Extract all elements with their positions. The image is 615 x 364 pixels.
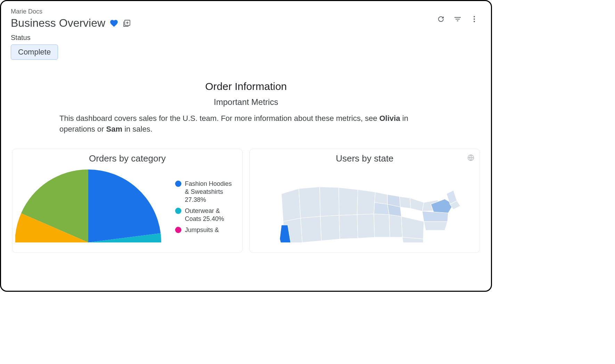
section-subheading: Important Metrics <box>11 97 481 107</box>
breadcrumb[interactable]: Marie Docs <box>11 8 131 15</box>
page-title: Business Overview <box>11 17 105 30</box>
us-map <box>257 169 473 242</box>
globe-icon[interactable] <box>467 154 475 162</box>
legend-item: Jumpsuits & <box>175 226 235 234</box>
legend-dot-icon <box>175 181 181 187</box>
refresh-icon[interactable] <box>437 15 445 23</box>
legend-label: Outerwear & Coats 25.40% <box>185 207 235 223</box>
svg-point-1 <box>474 16 475 17</box>
pie-chart <box>15 169 161 242</box>
desc-person-sam: Sam <box>106 125 122 133</box>
section-heading: Order Information <box>11 81 481 92</box>
section-description: This dashboard covers sales for the U.S.… <box>59 113 414 135</box>
svg-point-3 <box>474 21 475 22</box>
legend-dot-icon <box>175 227 181 233</box>
pie-legend: Fashion Hoodies & Sweatshirts 27.38% Out… <box>175 169 235 237</box>
desc-text: in sales. <box>122 125 153 133</box>
users-by-state-card: Users by state <box>249 149 480 253</box>
status-label: Status <box>11 34 481 42</box>
legend-item: Outerwear & Coats 25.40% <box>175 207 235 223</box>
orders-by-category-card: Orders by category <box>12 149 243 253</box>
filter-icon[interactable] <box>453 15 462 23</box>
more-vert-icon[interactable] <box>470 15 478 23</box>
svg-point-2 <box>474 18 475 20</box>
add-to-collection-icon[interactable] <box>123 19 131 27</box>
legend-item: Fashion Hoodies & Sweatshirts 27.38% <box>175 180 235 204</box>
chart-title: Orders by category <box>19 153 235 164</box>
legend-label: Jumpsuits & <box>185 226 219 234</box>
chart-title: Users by state <box>257 153 473 164</box>
desc-person-olivia: Olivia <box>379 114 400 123</box>
status-chip[interactable]: Complete <box>11 44 58 60</box>
desc-text: This dashboard covers sales for the U.S.… <box>59 114 379 123</box>
legend-label: Fashion Hoodies & Sweatshirts 27.38% <box>185 180 235 204</box>
favorite-heart-icon[interactable] <box>109 19 118 28</box>
legend-dot-icon <box>175 208 181 214</box>
